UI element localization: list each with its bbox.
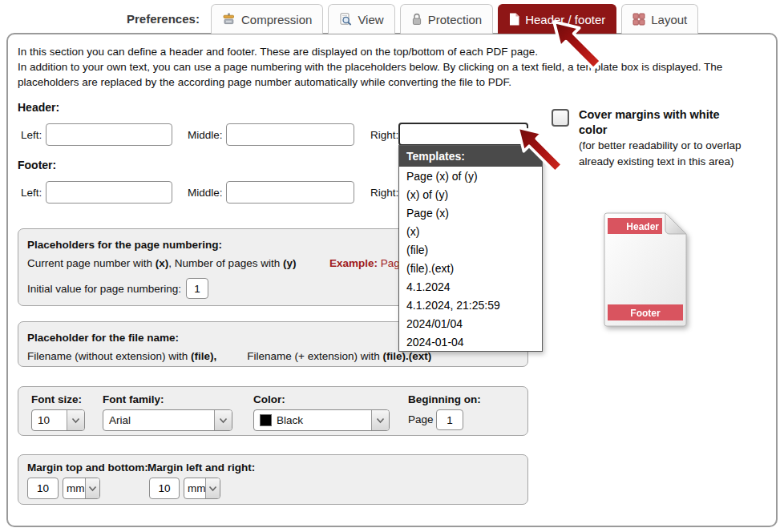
color-value-wrap: Black <box>254 410 371 430</box>
font-settings-box: Font size: 10 Font family: Arial Color: … <box>18 386 528 436</box>
header-middle-label: Middle: <box>188 129 223 141</box>
placeholder-x: (x) <box>156 257 169 269</box>
font-family-label: Font family: <box>103 393 164 405</box>
numbering-desc-text2: , Number of pages with <box>168 257 283 269</box>
tab-label: View <box>358 13 383 26</box>
footer-section-title: Footer: <box>18 159 56 171</box>
placeholder-file: (file), <box>191 350 216 362</box>
margin-top-bottom-label: Margin top and bottom: <box>27 461 148 474</box>
compression-icon <box>222 13 236 26</box>
intro-line1: In this section you can define a header … <box>18 44 770 59</box>
font-size-select[interactable]: 10 <box>31 409 85 431</box>
color-label: Color: <box>253 393 285 405</box>
initial-value-input[interactable] <box>186 278 208 299</box>
page-word-label: Page <box>408 413 434 425</box>
preview-footer-label: Footer <box>630 308 661 319</box>
unit-value: mm <box>184 478 205 498</box>
footer-middle-input[interactable] <box>226 181 354 204</box>
template-item[interactable]: 2024-01-04 <box>399 332 542 351</box>
font-size-value: 10 <box>32 410 67 430</box>
preview-header-label: Header <box>626 221 659 232</box>
filename-desc-text: Filename (without extension) with <box>27 350 191 362</box>
template-item[interactable]: Page (x) <box>399 204 542 222</box>
chevron-down-icon <box>205 478 220 498</box>
margin-left-right-unit-select[interactable]: mm <box>184 478 220 499</box>
template-item[interactable]: 2024/01/04 <box>399 314 542 332</box>
footer-middle-label: Middle: <box>188 187 223 199</box>
example-label: Example: <box>329 257 378 269</box>
header-left-label: Left: <box>21 129 42 141</box>
footer-left-input[interactable] <box>46 181 172 204</box>
beginning-page-input[interactable] <box>436 409 463 430</box>
placeholder-file-ext: (file).(ext) <box>383 350 432 362</box>
margin-top-bottom-unit-select[interactable]: mm <box>63 478 100 499</box>
tab-label: Compression <box>241 13 312 26</box>
preferences-label: Preferences: <box>127 12 200 26</box>
color-value: Black <box>277 414 303 426</box>
chevron-down-icon <box>214 410 232 430</box>
cover-margins-note: (for better readability or to overlap al… <box>579 138 743 169</box>
tab-layout[interactable]: Layout <box>621 4 698 34</box>
layout-icon <box>632 13 645 26</box>
template-item[interactable]: (file) <box>399 240 542 259</box>
margin-left-right-input[interactable] <box>149 478 180 499</box>
protection-icon <box>411 13 422 26</box>
font-family-value: Arial <box>103 410 214 430</box>
arrow-pointer-icon <box>515 125 573 183</box>
cover-margins-label: Cover margins with white color <box>579 107 723 138</box>
header-left-input[interactable] <box>46 123 172 146</box>
filename-desc-text2: Filename (+ extension) with <box>247 350 382 362</box>
filename-description: Filename (without extension) with (file)… <box>27 350 519 362</box>
tab-bar: Compression View Protection H <box>211 4 698 34</box>
template-item[interactable]: 4.1.2024 <box>399 277 542 296</box>
page-preview-image: Header Footer <box>600 210 691 328</box>
color-swatch <box>260 414 272 426</box>
view-icon <box>339 13 352 26</box>
margin-top-bottom-input[interactable] <box>27 478 59 499</box>
placeholder-y: (y) <box>283 257 297 269</box>
footer-right-label: Right: <box>370 187 398 199</box>
initial-value-label: Initial value for page numbering: <box>27 283 181 295</box>
font-family-select[interactable]: Arial <box>103 409 232 431</box>
tab-view[interactable]: View <box>328 4 394 34</box>
unit-value: mm <box>63 478 85 498</box>
intro-line2: In addition to your own text, you can us… <box>18 59 770 90</box>
arrow-pointer-icon <box>552 19 612 80</box>
color-select[interactable]: Black <box>253 409 390 431</box>
preferences-page: Preferences: Compression View <box>0 0 784 532</box>
template-item[interactable]: (x) of (y) <box>399 185 542 204</box>
cover-margins-checkbox[interactable] <box>552 109 569 127</box>
template-item[interactable]: (file).(ext) <box>399 259 542 277</box>
header-section-title: Header: <box>18 101 59 114</box>
chevron-down-icon <box>85 478 99 498</box>
tab-label: Protection <box>428 13 483 26</box>
intro-text: In this section you can define a header … <box>18 44 770 90</box>
numbering-desc-text: Current page number with <box>27 257 156 269</box>
header-right-input[interactable] <box>398 123 528 146</box>
header-right-label: Right: <box>370 129 398 141</box>
chevron-down-icon <box>67 410 84 430</box>
tab-label: Layout <box>651 13 687 26</box>
font-size-label: Font size: <box>31 393 82 405</box>
margin-left-right-label: Margin left and right: <box>148 461 255 474</box>
chevron-down-icon <box>371 410 389 430</box>
page-icon <box>509 13 519 26</box>
beginning-on-label: Beginning on: <box>408 393 481 405</box>
tab-protection[interactable]: Protection <box>400 4 494 34</box>
tab-compression[interactable]: Compression <box>211 4 323 34</box>
template-item[interactable]: (x) <box>399 222 542 240</box>
header-middle-input[interactable] <box>226 123 354 146</box>
margins-box: Margin top and bottom: mm Margin left an… <box>18 454 528 505</box>
footer-left-label: Left: <box>21 187 42 199</box>
template-item[interactable]: 4.1.2024, 21:25:59 <box>399 296 542 314</box>
